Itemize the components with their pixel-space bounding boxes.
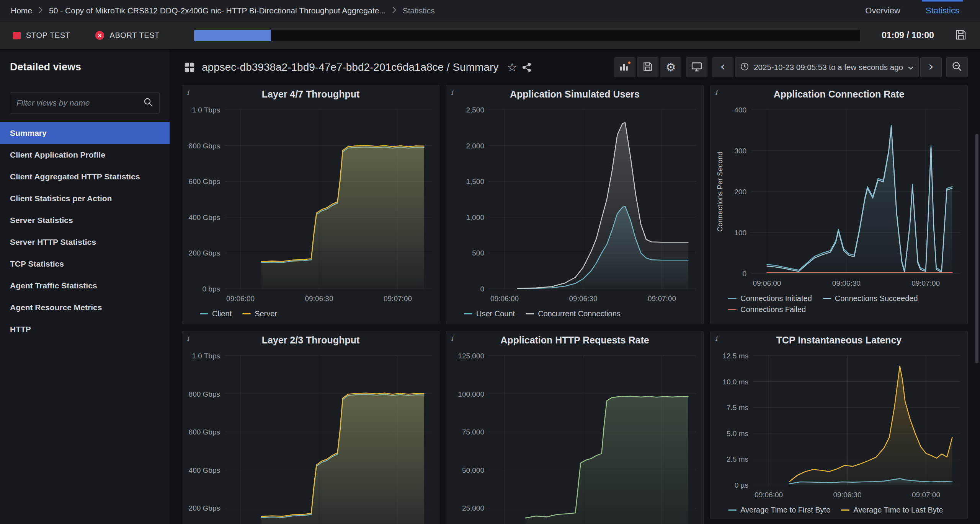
panel-info-icon[interactable]: i: [187, 88, 189, 96]
sidebar-item[interactable]: Summary: [0, 122, 170, 144]
dashboard-grid-icon[interactable]: [184, 62, 195, 73]
panel-info-icon[interactable]: i: [451, 334, 453, 342]
tv-mode-button[interactable]: [686, 57, 707, 77]
save-dashboard-button[interactable]: [637, 57, 658, 77]
svg-text:09:06:30: 09:06:30: [569, 295, 598, 303]
share-icon[interactable]: [522, 62, 532, 72]
filter-views-input[interactable]: [16, 98, 139, 107]
legend-item[interactable]: User Count: [464, 309, 515, 318]
panel-title[interactable]: Layer 4/7 Throughput: [182, 85, 439, 103]
chart-canvas[interactable]: 25,00050,00075,000100,000125,00009:06:00…: [447, 349, 703, 524]
svg-text:09:06:00: 09:06:00: [490, 295, 519, 303]
time-range-picker[interactable]: 2025-10-23 09:05:53 to a few seconds ago: [735, 57, 919, 77]
svg-text:09:07:00: 09:07:00: [648, 295, 676, 303]
sidebar-item[interactable]: Server HTTP Statistics: [0, 231, 170, 253]
legend-series-swatch: [526, 313, 534, 314]
panel-title[interactable]: Application Connection Rate: [710, 85, 967, 103]
panel-http-requests-rate: i Application HTTP Requests Rate 25,0005…: [446, 331, 704, 524]
panel-info-icon[interactable]: i: [715, 88, 717, 96]
svg-text:2,500: 2,500: [466, 106, 484, 114]
svg-text:09:06:00: 09:06:00: [753, 279, 781, 287]
chart-add-icon: [619, 61, 630, 74]
dashboard-header: appsec-db3938a2-1bd9-47e7-bbd2-201c6da1a…: [182, 50, 968, 85]
sidebar-item[interactable]: Client Aggregated HTTP Statistics: [0, 166, 170, 187]
legend-item[interactable]: Connections Succeeded: [823, 294, 918, 303]
breadcrumb-section: Statistics: [403, 6, 435, 15]
legend-item[interactable]: Connections Initiated: [728, 294, 812, 303]
svg-text:09:06:30: 09:06:30: [833, 491, 862, 499]
panel-layer23-throughput: i Layer 2/3 Throughput 0 bps200 Gbps400 …: [182, 331, 439, 524]
sidebar-item[interactable]: TCP Statistics: [0, 253, 170, 275]
svg-text:500: 500: [472, 249, 484, 257]
sidebar-item[interactable]: Client Application Profile: [0, 144, 170, 166]
legend-series-swatch: [728, 509, 737, 511]
abort-test-button[interactable]: × ABORT TEST: [95, 31, 159, 40]
legend-series-swatch: [464, 313, 472, 314]
sidebar-item[interactable]: HTTP: [0, 318, 170, 340]
detailed-views-sidebar: Detailed views SummaryClient Application…: [0, 50, 170, 524]
panel-title[interactable]: Application Simulated Users: [446, 85, 703, 103]
panel-title[interactable]: TCP Instantaneous Latency: [710, 331, 967, 349]
svg-text:1,000: 1,000: [466, 213, 484, 221]
chevron-left-icon: ‹: [720, 60, 725, 75]
zoom-out-button[interactable]: [946, 57, 968, 77]
svg-text:75,000: 75,000: [462, 428, 484, 436]
star-icon[interactable]: ☆: [507, 62, 517, 73]
floppy-save-icon: [642, 61, 653, 73]
legend-series-swatch: [242, 313, 251, 314]
panel-title[interactable]: Layer 2/3 Throughput: [182, 331, 439, 349]
breadcrumb-test-name[interactable]: 50 - Copy of MikroTik CRS812 DDQ-2x400G …: [49, 6, 386, 15]
sidebar-item[interactable]: Server Statistics: [0, 209, 170, 231]
save-report-button[interactable]: [955, 29, 967, 42]
breadcrumb-home[interactable]: Home: [11, 6, 32, 15]
dashboard-settings-button[interactable]: ⚙: [660, 57, 681, 77]
view-tabs: Overview Statistics: [861, 0, 963, 21]
chart-svg: 010020030040009:06:0009:06:3009:07:00Con…: [711, 103, 967, 290]
time-range-forward-button[interactable]: ›: [920, 57, 942, 77]
legend-item[interactable]: Connections Failed: [728, 305, 806, 314]
sidebar-item[interactable]: Client Statistics per Action: [0, 187, 170, 209]
chart-canvas[interactable]: 05001,0001,5002,0002,50009:06:0009:06:30…: [447, 103, 703, 307]
chart-canvas[interactable]: 0 bps200 Gbps400 Gbps600 Gbps800 Gbps1.0…: [183, 349, 439, 524]
legend-item[interactable]: Concurrent Connections: [526, 309, 621, 318]
svg-text:0 bps: 0 bps: [203, 285, 220, 293]
legend-series-swatch: [200, 313, 208, 314]
main-scrollbar[interactable]: [975, 134, 978, 363]
abort-test-label: ABORT TEST: [109, 31, 159, 40]
tab-overview[interactable]: Overview: [861, 0, 904, 21]
svg-text:09:07:00: 09:07:00: [384, 295, 412, 303]
svg-text:09:07:00: 09:07:00: [912, 491, 940, 499]
panel-title[interactable]: Application HTTP Requests Rate: [446, 331, 703, 349]
add-panel-button[interactable]: [614, 57, 635, 77]
legend-series-swatch: [728, 298, 737, 299]
svg-text:2,000: 2,000: [466, 142, 484, 150]
chart-canvas[interactable]: 0 bps200 Gbps400 Gbps600 Gbps800 Gbps1.0…: [183, 103, 439, 307]
filter-views-field[interactable]: [10, 92, 160, 114]
panel-tcp-latency: i TCP Instantaneous Latency 0 µs2.5 ms5.…: [710, 331, 968, 519]
legend-series-swatch: [823, 298, 831, 299]
chart-canvas[interactable]: 0 µs2.5 ms5.0 ms7.5 ms10.0 ms12.5 ms09:0…: [711, 349, 967, 503]
legend-series-label: Average Time to First Byte: [740, 506, 830, 514]
sidebar-item[interactable]: Agent Resource Metrics: [0, 296, 170, 318]
time-range-back-button[interactable]: ‹: [712, 57, 733, 77]
panel-info-icon[interactable]: i: [451, 88, 453, 96]
chevron-right-icon: [38, 6, 43, 15]
svg-text:09:06:00: 09:06:00: [226, 295, 255, 303]
sidebar-item[interactable]: Agent Traffic Statistics: [0, 275, 170, 296]
panel-info-icon[interactable]: i: [187, 334, 189, 342]
stop-test-button[interactable]: STOP TEST: [13, 31, 70, 40]
legend-series-label: Connections Failed: [740, 305, 806, 314]
svg-text:25,000: 25,000: [462, 504, 484, 512]
legend-item[interactable]: Client: [200, 309, 232, 318]
dashboard-title: appsec-db3938a2-1bd9-47e7-bbd2-201c6da1a…: [202, 61, 498, 73]
legend-series-label: Connections Initiated: [740, 294, 812, 303]
legend-item[interactable]: Average Time to Last Byte: [841, 506, 943, 514]
tab-statistics[interactable]: Statistics: [922, 0, 963, 21]
monitor-icon: [691, 61, 702, 74]
legend-item[interactable]: Average Time to First Byte: [728, 506, 830, 514]
legend-item[interactable]: Server: [242, 309, 277, 318]
svg-text:100,000: 100,000: [458, 390, 484, 398]
panel-info-icon[interactable]: i: [715, 334, 717, 342]
chart-canvas[interactable]: 010020030040009:06:0009:06:3009:07:00Con…: [711, 103, 967, 292]
search-icon: [143, 97, 153, 109]
